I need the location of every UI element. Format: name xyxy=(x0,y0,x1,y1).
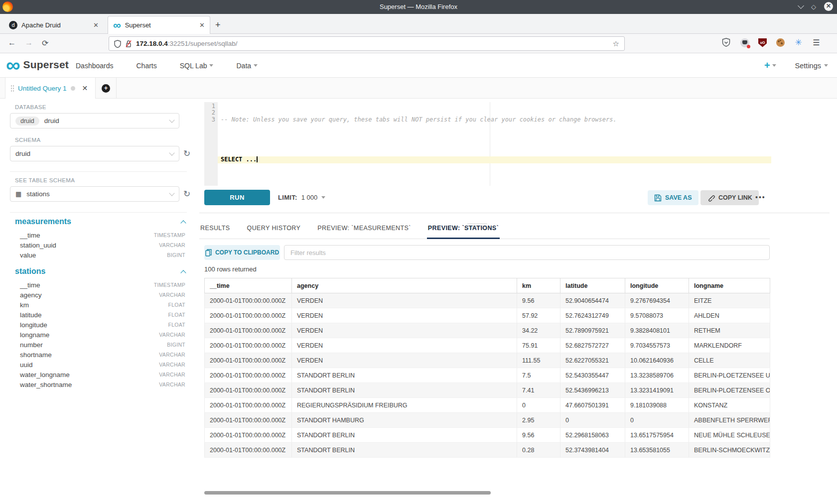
tab-close-icon[interactable]: ✕ xyxy=(199,21,205,29)
results-tab-preview-measurements[interactable]: PREVIEW: `MEASUREMENTS` xyxy=(316,217,412,239)
schema-column-row: uuidVARCHAR xyxy=(0,360,199,370)
nav-item-sql-lab[interactable]: SQL Lab xyxy=(180,62,214,70)
cell: 2000-01-01T00:00:00.000Z xyxy=(205,353,292,368)
nav-item-dashboards[interactable]: Dashboards xyxy=(76,62,114,70)
copy-to-clipboard-button[interactable]: COPY TO CLIPBOARD xyxy=(204,245,280,260)
nav-item-data[interactable]: Data xyxy=(236,62,258,70)
column-name: agency xyxy=(20,291,42,299)
editor-code[interactable]: -- Note: Unless you save your query, the… xyxy=(218,102,771,186)
window-maximize-icon[interactable]: ◇ xyxy=(811,3,816,10)
cell: KONSTANZ xyxy=(689,398,770,413)
column-name: uuid xyxy=(20,361,33,369)
cell: BERLIN-PLOETZENSEE OP xyxy=(689,383,770,398)
column-name: water_shortname xyxy=(20,381,72,388)
column-header[interactable]: agency xyxy=(292,278,517,293)
hamburger-menu-icon[interactable]: ☰ xyxy=(812,38,821,47)
query-tab-untitled-query-1[interactable]: Untitled Query 1 ✕ xyxy=(5,78,96,99)
tracking-shield-icon[interactable] xyxy=(114,40,121,48)
drag-handle-icon[interactable] xyxy=(10,85,14,92)
chevron-down-icon xyxy=(209,64,213,67)
extension-asterisk-icon[interactable]: ✳ xyxy=(794,38,803,47)
cell: MARKLENDORF xyxy=(689,338,770,353)
schema-column-row: station_uuidVARCHAR xyxy=(0,240,199,250)
superset-logo[interactable]: ∞ Superset xyxy=(6,56,69,73)
ublock-icon[interactable]: uO xyxy=(758,38,767,47)
reload-button[interactable]: ⟳ xyxy=(42,38,48,48)
horizontal-scrollbar[interactable] xyxy=(204,491,491,495)
add-query-tab-button[interactable]: + xyxy=(96,78,117,99)
run-button[interactable]: RUN xyxy=(204,190,270,205)
browser-tab-superset[interactable]: ∞ Superset ✕ xyxy=(108,16,210,34)
bookmark-star-icon[interactable]: ☆ xyxy=(613,39,619,48)
url-text[interactable]: 172.18.0.4:32251/superset/sqllab/ xyxy=(136,40,237,47)
column-header[interactable]: longname xyxy=(689,278,770,293)
cell: 0.28 xyxy=(517,443,560,458)
nav-item-charts[interactable]: Charts xyxy=(137,62,157,70)
column-name: longitude xyxy=(20,321,47,329)
schema-select[interactable]: druid xyxy=(10,146,179,161)
cell: 2000-01-01T00:00:00.000Z xyxy=(205,413,292,428)
cell: 7.41 xyxy=(517,383,560,398)
chevron-up-icon[interactable] xyxy=(180,270,186,275)
database-select[interactable]: druid druid xyxy=(10,113,179,128)
schema-column-row: kmFLOAT xyxy=(0,300,199,310)
window-minimize-icon[interactable] xyxy=(798,2,804,9)
column-type: FLOAT xyxy=(168,302,185,308)
new-object-button[interactable]: + xyxy=(764,60,776,71)
filter-results-input[interactable] xyxy=(284,245,770,260)
copy-link-button[interactable]: COPY LINK xyxy=(700,190,759,205)
close-icon[interactable]: ✕ xyxy=(82,84,88,92)
cell: 52.5430355447 xyxy=(560,368,625,383)
url-path: :32251/superset/sqllab/ xyxy=(168,40,238,47)
forward-button[interactable]: → xyxy=(25,38,33,47)
column-name: water_longname xyxy=(20,371,70,378)
column-header[interactable]: __time xyxy=(205,278,292,293)
sqllab-sidebar: DATABASE druid druid SCHEMA druid ↻ SEE … xyxy=(0,99,199,504)
column-header[interactable]: latitude xyxy=(560,278,625,293)
cell: 2000-01-01T00:00:00.000Z xyxy=(205,443,292,458)
tab-close-icon[interactable]: ✕ xyxy=(93,21,99,29)
column-type: VARCHAR xyxy=(159,292,185,298)
column-type: VARCHAR xyxy=(159,332,185,338)
back-button[interactable]: ← xyxy=(8,38,16,47)
new-tab-button[interactable]: + xyxy=(215,20,221,30)
save-as-button[interactable]: SAVE AS xyxy=(648,190,698,205)
cell: EITZE xyxy=(689,293,770,308)
refresh-table-icon[interactable]: ↻ xyxy=(183,189,190,199)
divider xyxy=(10,171,187,172)
column-header[interactable]: km xyxy=(517,278,560,293)
browser-tab-title: Superset xyxy=(125,21,151,29)
chevron-up-icon[interactable] xyxy=(180,220,186,226)
cell: 0 xyxy=(517,398,560,413)
sql-editor[interactable]: 1 2 3 -- Note: Unless you save your quer… xyxy=(204,102,771,186)
cell: STANDORT BERLIN xyxy=(292,368,517,383)
cell: VERDEN xyxy=(292,323,517,338)
privacy-mask-icon[interactable] xyxy=(740,38,749,47)
schema-column-list: __timeTIMESTAMPstation_uuidVARCHARvalueB… xyxy=(0,230,199,260)
cell: 0 xyxy=(625,413,689,428)
schema-table-measurements[interactable]: measurements xyxy=(0,217,199,226)
pocket-shield-icon[interactable] xyxy=(722,38,731,47)
window-close-button[interactable]: ✕ xyxy=(824,2,833,11)
schema-table-stations[interactable]: stations xyxy=(0,267,199,276)
results-tab-query-history[interactable]: QUERY HISTORY xyxy=(246,217,302,239)
column-header[interactable]: longitude xyxy=(625,278,689,293)
query-tab-bar: Untitled Query 1 ✕ + xyxy=(0,78,837,99)
insecure-lock-icon[interactable] xyxy=(125,40,132,48)
cookie-icon[interactable] xyxy=(776,38,785,47)
divider xyxy=(199,213,830,213)
url-bar[interactable]: 172.18.0.4:32251/superset/sqllab/ ☆ xyxy=(109,36,625,51)
results-tab-results[interactable]: RESULTS xyxy=(199,217,231,239)
column-type: BIGINT xyxy=(167,342,185,348)
limit-control[interactable]: LIMIT: 1 000 xyxy=(278,194,325,201)
more-options-button[interactable]: ••• xyxy=(755,193,766,201)
settings-menu[interactable]: Settings xyxy=(795,62,828,70)
table-row: 2000-01-01T00:00:00.000ZSTANDORT BERLIN9… xyxy=(205,428,770,443)
table-select[interactable]: ▦ stations xyxy=(10,186,179,202)
cell: 57.92 xyxy=(517,308,560,323)
browser-tab-apache-druid[interactable]: d Apache Druid ✕ xyxy=(4,16,104,34)
column-type: BIGINT xyxy=(167,252,185,258)
results-tab-preview-stations[interactable]: PREVIEW: `STATIONS` xyxy=(427,217,500,239)
table-row: 2000-01-01T00:00:00.000ZREGIERUNGSPRÄSID… xyxy=(205,398,770,413)
refresh-schema-icon[interactable]: ↻ xyxy=(183,148,190,159)
